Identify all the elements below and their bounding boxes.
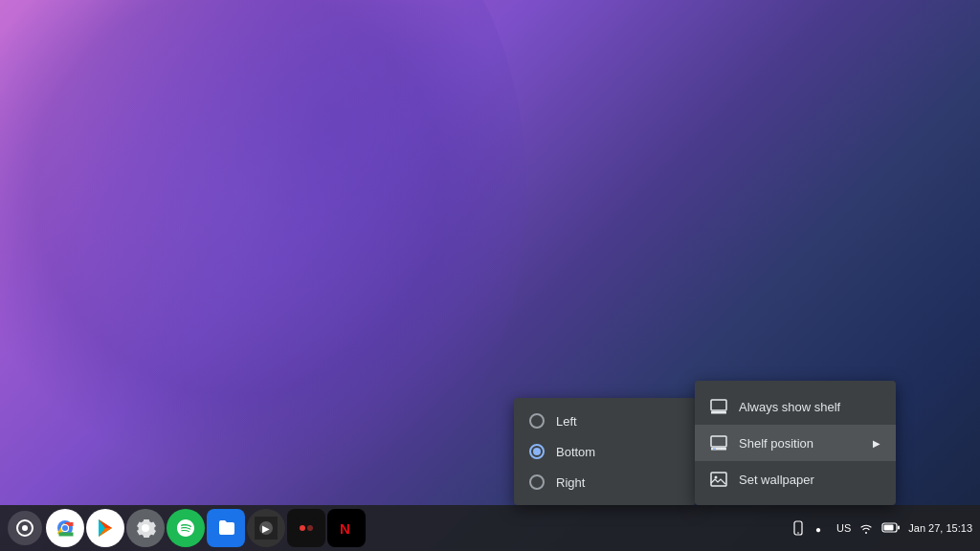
app6-icon[interactable]: ▶ [247, 509, 285, 547]
svg-point-6 [715, 476, 718, 479]
settings-app-icon[interactable] [126, 509, 165, 547]
app7-icon[interactable] [287, 509, 325, 547]
play-store-app-icon[interactable] [86, 509, 124, 547]
clock-label: Jan 27, 15:13 [908, 522, 972, 534]
spotify-app-icon[interactable] [167, 509, 205, 547]
position-left-label: Left [556, 414, 577, 429]
shelf-position-label: Shelf position [739, 436, 813, 451]
svg-rect-30 [898, 526, 900, 530]
set-wallpaper-icon [710, 471, 727, 488]
netflix-app-icon[interactable]: N [327, 509, 366, 547]
locale-label: US [836, 522, 851, 534]
svg-rect-2 [711, 436, 726, 447]
set-wallpaper-label: Set wallpaper [739, 473, 814, 487]
always-show-shelf-label: Always show shelf [739, 400, 840, 414]
svg-point-12 [62, 525, 68, 531]
position-bottom-label: Bottom [556, 445, 595, 459]
battery-icon [881, 520, 901, 536]
svg-text:●: ● [815, 524, 821, 535]
shelf-status-area[interactable]: ● US Jan 27, 15:13 [791, 520, 972, 536]
svg-text:N: N [340, 520, 350, 537]
desktop: Left Bottom Right Always show shelf [0, 0, 980, 551]
shelf-position-icon [710, 434, 727, 452]
launcher-button[interactable] [8, 511, 42, 545]
always-show-shelf-icon [710, 398, 727, 415]
svg-point-8 [22, 525, 28, 531]
svg-point-22 [307, 525, 313, 531]
position-left-option[interactable]: Left [514, 406, 696, 436]
svg-rect-0 [711, 400, 726, 410]
set-wallpaper-item[interactable]: Set wallpaper [695, 461, 896, 497]
shelf-position-item[interactable]: Shelf position ▶ [695, 425, 896, 461]
position-bottom-option[interactable]: Bottom [514, 436, 696, 467]
svg-rect-20 [296, 518, 317, 539]
svg-rect-4 [713, 449, 716, 451]
shelf: ▶ N [0, 505, 980, 551]
svg-rect-5 [711, 473, 726, 486]
always-show-shelf-item[interactable]: Always show shelf [695, 388, 896, 425]
shelf-context-menu: Always show shelf Shelf position ▶ [695, 381, 896, 505]
position-right-label: Right [556, 475, 585, 490]
position-left-radio [529, 413, 545, 429]
files-app-icon[interactable] [207, 509, 245, 547]
svg-rect-29 [884, 525, 894, 531]
svg-point-21 [300, 525, 305, 531]
svg-rect-1 [711, 411, 726, 414]
chrome-app-icon[interactable] [46, 509, 84, 547]
position-right-radio [529, 474, 545, 490]
position-right-option[interactable]: Right [514, 467, 696, 497]
svg-text:▶: ▶ [262, 523, 270, 534]
shelf-position-submenu: Left Bottom Right [514, 398, 696, 505]
phone-icon [791, 520, 806, 536]
shelf-apps: ▶ N [46, 509, 366, 547]
wifi-icon [858, 520, 874, 536]
svg-point-26 [797, 532, 799, 534]
shelf-position-arrow: ▶ [873, 438, 880, 449]
signal-icon: ● [813, 520, 829, 536]
position-bottom-radio [529, 444, 545, 459]
